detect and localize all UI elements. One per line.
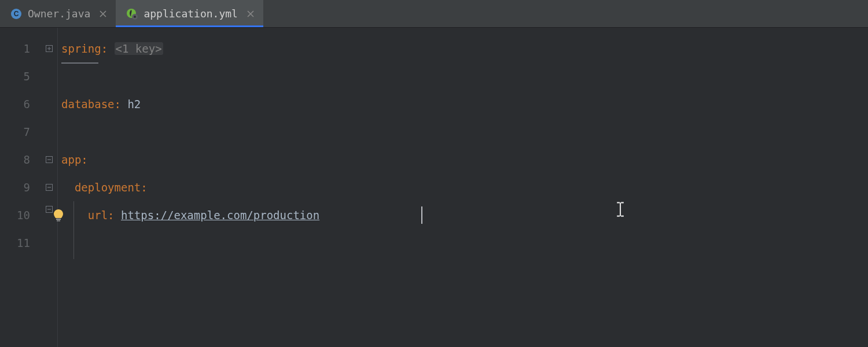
- tab-bar: C Owner.java application.yml: [0, 0, 868, 28]
- code-line[interactable]: database: h2: [61, 90, 868, 118]
- code-line[interactable]: spring: <1 key>: [61, 35, 868, 62]
- tab-application-yml[interactable]: application.yml: [116, 0, 263, 27]
- yaml-url-value[interactable]: https://example.com/production: [121, 209, 319, 222]
- code-line[interactable]: deployment:: [61, 174, 868, 201]
- yaml-key: deployment:: [75, 181, 148, 194]
- fold-collapse-icon[interactable]: [45, 155, 54, 164]
- yaml-key: app:: [61, 153, 88, 166]
- line-number-gutter: 1 5 6 7 8 9 10 11: [0, 28, 41, 347]
- svg-point-4: [134, 16, 136, 18]
- tab-label: application.yml: [144, 8, 238, 20]
- line-number: 11: [0, 229, 30, 257]
- code-line[interactable]: [61, 62, 868, 90]
- line-number: 8: [0, 146, 30, 174]
- tab-label: Owner.java: [28, 8, 90, 20]
- code-line-current[interactable]: url: https://example.com/production: [61, 201, 868, 229]
- yaml-key: spring:: [61, 42, 108, 55]
- code-line[interactable]: [61, 229, 868, 257]
- yaml-key: database:: [61, 98, 121, 110]
- spring-config-icon: [126, 8, 138, 20]
- line-number: 1: [0, 35, 30, 62]
- line-number: 10: [0, 201, 30, 229]
- line-number: 7: [0, 118, 30, 146]
- fold-expand-icon[interactable]: [45, 44, 54, 53]
- svg-text:C: C: [14, 10, 19, 18]
- line-number: 9: [0, 174, 30, 201]
- line-number: 6: [0, 90, 30, 118]
- close-icon[interactable]: [246, 9, 255, 19]
- yaml-key: url:: [88, 209, 115, 222]
- fold-collapse-icon[interactable]: [45, 183, 54, 192]
- code-content[interactable]: spring: <1 key> database: h2 app: deploy…: [58, 28, 868, 347]
- folded-region-hint[interactable]: <1 key>: [115, 42, 163, 55]
- text-caret: [421, 206, 422, 224]
- yaml-value: h2: [121, 98, 141, 110]
- line-number: 5: [0, 62, 30, 90]
- fold-gutter: [41, 28, 58, 347]
- code-line[interactable]: [61, 118, 868, 146]
- class-file-icon: C: [10, 8, 22, 20]
- close-icon[interactable]: [98, 9, 108, 19]
- code-line[interactable]: app:: [61, 146, 868, 174]
- tab-owner-java[interactable]: C Owner.java: [0, 0, 116, 27]
- editor-area[interactable]: 1 5 6 7 8 9 10 11: [0, 28, 868, 347]
